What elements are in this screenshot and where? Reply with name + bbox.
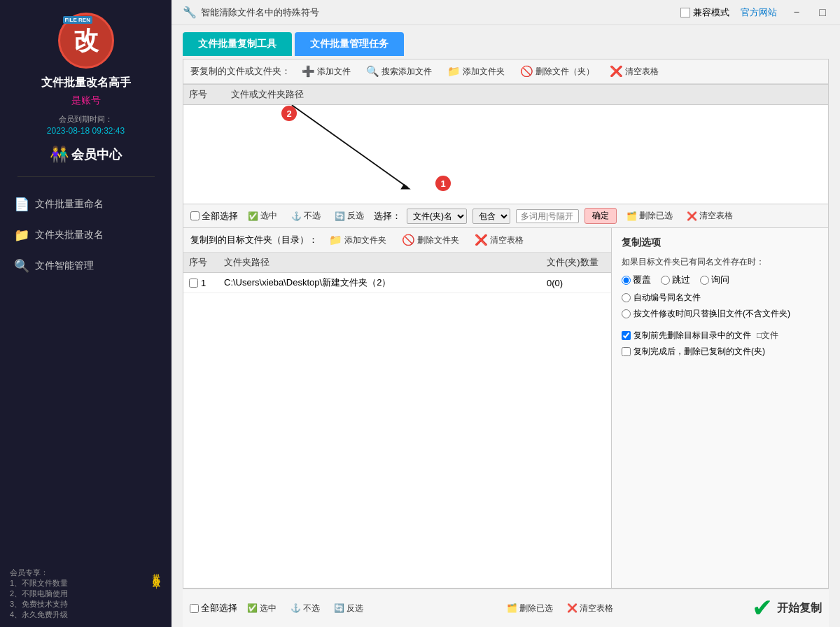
- dest-col-path: 文件夹路径: [218, 253, 541, 273]
- tab-copy-tool[interactable]: 文件批量复制工具: [183, 32, 292, 56]
- filter-type-select[interactable]: 文件(夹)名: [407, 209, 467, 224]
- dest-delete-icon: 🚫: [402, 234, 415, 246]
- app-title: 文件批量改名高手: [41, 76, 131, 90]
- wrench-icon: 🔧: [183, 6, 197, 19]
- dest-toolbar: 复制到的目标文件夹（目录）： 📁 添加文件夹 🚫 删除文件夹 ❌ 清空表格: [183, 228, 611, 253]
- badge-1: 1: [435, 176, 451, 191]
- bottom-select-btn[interactable]: ✅ 选中: [243, 601, 281, 616]
- topbar-left: 🔧 智能清除文件名中的特殊符号: [183, 6, 319, 19]
- account-label[interactable]: 是账号: [71, 94, 101, 107]
- minimize-button[interactable]: －: [788, 5, 805, 20]
- option-auto-rename[interactable]: 自动编号同名文件: [622, 292, 818, 304]
- bottom-all-select-check[interactable]: [190, 604, 199, 613]
- clear-source-label: 清空表格: [625, 66, 659, 78]
- logo-badge: FILE REN: [63, 16, 92, 24]
- copy-options-panel: 复制选项 如果目标文件夹已有同名文件存在时： 覆盖 跳过 询问: [612, 228, 829, 589]
- source-table-container[interactable]: 序号 文件或文件夹路径: [183, 85, 828, 204]
- filter-deselect-btn[interactable]: ⚓ 不选: [287, 209, 325, 223]
- start-copy-button[interactable]: ✔ 开始复制: [752, 593, 822, 623]
- clear-source-btn[interactable]: ❌ 清空表格: [606, 64, 663, 79]
- radio-overwrite[interactable]: 覆盖: [622, 274, 651, 286]
- maximize-button[interactable]: □: [816, 6, 829, 19]
- all-select-check[interactable]: [190, 211, 200, 220]
- delete-before-check[interactable]: [622, 331, 631, 340]
- dest-row-path: C:\Users\xieba\Desktop\新建文件夹（2）: [218, 273, 541, 293]
- sidebar: FILE REN 改 文件批量改名高手 是账号 会员到期时间： 2023-08-…: [0, 0, 172, 627]
- main-content: 🔧 智能清除文件名中的特殊符号 兼容模式 官方网站 － □ 文件批量复制工具 文…: [172, 0, 840, 627]
- bottom-delete-selected-icon: 🗂️: [507, 603, 517, 613]
- filter-select-label: 选中: [260, 210, 277, 222]
- search-add-label: 搜索添加文件: [382, 66, 432, 78]
- filter-clear-btn[interactable]: ❌ 清空表格: [682, 209, 737, 223]
- folder-rename-icon: 📁: [14, 227, 29, 243]
- radio-skip-label: 跳过: [672, 274, 690, 286]
- source-label: 要复制的文件或文件夹：: [190, 65, 290, 78]
- start-copy-label: 开始复制: [777, 601, 822, 616]
- filter-reverse-btn[interactable]: 🔄 反选: [330, 209, 368, 223]
- option-delete-after[interactable]: 复制完成后，删除已复制的文件(夹): [622, 346, 818, 358]
- clear-filter-icon: ❌: [687, 211, 697, 221]
- filter-confirm-btn[interactable]: 确定: [584, 208, 617, 224]
- radio-overwrite-label: 覆盖: [633, 274, 651, 286]
- option-delete-before-label: 复制前先删除目标目录中的文件: [634, 330, 751, 341]
- dest-clear-btn[interactable]: ❌ 清空表格: [470, 232, 528, 248]
- bottom-all-select[interactable]: 全部选择: [190, 602, 237, 614]
- bottom-reverse-btn[interactable]: 🔄 反选: [330, 601, 368, 616]
- source-col-path: 文件或文件夹路径: [225, 85, 828, 105]
- bottom-clear-label: 清空表格: [580, 603, 613, 614]
- tab-manage-task[interactable]: 文件批量管理任务: [295, 32, 404, 56]
- delete-file-btn[interactable]: 🚫 删除文件（夹）: [516, 64, 598, 79]
- sidebar-item-folder-rename[interactable]: 📁 文件夹批量改名: [0, 220, 172, 250]
- all-select-checkbox[interactable]: 全部选择: [190, 210, 238, 223]
- filter-select-btn[interactable]: ✅ 选中: [244, 209, 281, 223]
- bottom-reverse-label: 反选: [346, 603, 363, 614]
- delete-after-check[interactable]: [622, 347, 631, 356]
- start-checkmark-icon: ✔: [752, 593, 773, 623]
- bottom-clear-btn[interactable]: ❌ 清空表格: [563, 601, 617, 616]
- dest-delete-label: 删除文件夹: [417, 234, 459, 246]
- folder-icon: 📁: [447, 65, 461, 78]
- bottom-deselect-label: 不选: [303, 603, 320, 614]
- bottom-all-select-label: 全部选择: [201, 602, 237, 614]
- dest-row-count: 0(0): [541, 273, 611, 293]
- sidebar-item-rename[interactable]: 📄 文件批量重命名: [0, 190, 172, 219]
- dest-delete-btn[interactable]: 🚫 删除文件夹: [398, 232, 463, 248]
- source-table: 序号 文件或文件夹路径: [183, 85, 828, 105]
- add-file-label: 添加文件: [317, 66, 351, 78]
- search-add-btn[interactable]: 🔍 搜索添加文件: [362, 64, 436, 79]
- logo-text: 改: [74, 24, 99, 58]
- filter-delete-selected-label: 删除已选: [639, 210, 673, 222]
- filter-contain-select[interactable]: 包含: [472, 209, 510, 224]
- compatible-checkbox[interactable]: [680, 8, 690, 17]
- dest-row-check[interactable]: [189, 279, 198, 288]
- filter-deselect-label: 不选: [304, 210, 321, 222]
- bottom-delete-selected-btn[interactable]: 🗂️ 删除已选: [503, 601, 557, 616]
- sidebar-item-smart-manage[interactable]: 🔍 文件智能管理: [0, 251, 172, 281]
- add-file-btn[interactable]: ➕ 添加文件: [298, 64, 355, 79]
- option-by-time[interactable]: 按文件修改时间只替换旧文件(不含文件夹): [622, 308, 818, 320]
- source-col-seq: 序号: [183, 85, 225, 105]
- radio-ask[interactable]: 询问: [700, 274, 729, 286]
- bottom-deselect-btn[interactable]: ⚓ 不选: [286, 601, 324, 616]
- radio-skip[interactable]: 跳过: [661, 274, 690, 286]
- reverse-icon: 🔄: [335, 211, 345, 221]
- efficiency-label: 提高办公效率: [151, 568, 162, 620]
- official-site-link[interactable]: 官方网站: [741, 6, 777, 19]
- vip-center-btn[interactable]: 👫 会员中心: [50, 146, 122, 164]
- dest-table: 序号 文件夹路径 文件(夹)数量 1: [183, 253, 611, 293]
- filter-keyword-input[interactable]: [516, 209, 579, 223]
- bottom-select-label: 选中: [260, 603, 276, 614]
- table-row: 1 C:\Users\xieba\Desktop\新建文件夹（2） 0(0): [183, 273, 611, 293]
- topbar-tool-label: 智能清除文件名中的特殊符号: [201, 6, 319, 19]
- option-by-time-label: 按文件修改时间只替换旧文件(不含文件夹): [634, 308, 790, 320]
- filter-delete-selected-btn[interactable]: 🗂️ 删除已选: [622, 209, 677, 223]
- dest-table-container[interactable]: 序号 文件夹路径 文件(夹)数量 1: [183, 253, 611, 588]
- delete-icon: 🚫: [520, 65, 533, 78]
- content-area: 要复制的文件或文件夹： ➕ 添加文件 🔍 搜索添加文件 📁 添加文件夹 🚫 删除…: [172, 56, 840, 627]
- option-file-label: □文件: [757, 330, 778, 341]
- dest-folder-icon: 📁: [329, 234, 342, 246]
- option-delete-before[interactable]: 复制前先删除目标目录中的文件 □文件: [622, 330, 818, 341]
- dest-add-folder-btn[interactable]: 📁 添加文件夹: [325, 232, 391, 248]
- add-folder-btn[interactable]: 📁 添加文件夹: [443, 64, 509, 79]
- lower-area: 复制到的目标文件夹（目录）： 📁 添加文件夹 🚫 删除文件夹 ❌ 清空表格: [183, 228, 829, 589]
